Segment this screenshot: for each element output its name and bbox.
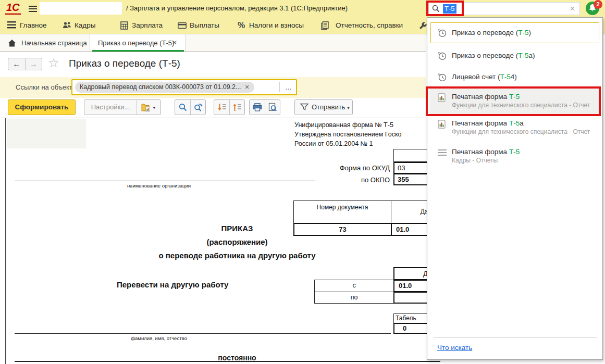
- print-button[interactable]: [250, 100, 265, 115]
- history-icon: [438, 52, 447, 62]
- to-label-cell: по: [314, 292, 394, 304]
- find-icon: [179, 103, 187, 111]
- doc-number-header-cell: Номер документа: [293, 200, 391, 223]
- open-windows-tab-bar: Начальная страница Приказ о переводе (Т-…: [0, 34, 426, 52]
- collapse-groups-button[interactable]: [214, 100, 229, 115]
- search-query-selected-text: Т-5: [443, 4, 456, 14]
- find-next-button[interactable]: [190, 100, 205, 115]
- page-title: Приказ о переводе (Т-5): [69, 58, 180, 69]
- tab-separator: [186, 34, 186, 52]
- 1c-logo: 1С: [5, 2, 21, 15]
- search-clear-icon[interactable]: ✕: [570, 5, 575, 12]
- search-result-item[interactable]: Лицевой счет (Т-54): [452, 73, 517, 81]
- search-result-item[interactable]: Приказ о переводе (Т-5а): [452, 52, 535, 59]
- send-icon: [300, 103, 308, 110]
- history-icon: [438, 29, 447, 40]
- fio-line: [15, 333, 391, 334]
- print-preview-icon: [268, 103, 277, 112]
- send-button[interactable]: Отправить ▾: [294, 99, 353, 115]
- expand-groups-button[interactable]: [229, 100, 244, 115]
- menu-item-hr[interactable]: Кадры: [75, 17, 95, 34]
- okud-label: Форма по ОКУД: [292, 164, 390, 172]
- search-result-item[interactable]: Печатная форма Т-5: [452, 148, 520, 156]
- find-button[interactable]: [175, 100, 190, 115]
- from-label-cell: с: [314, 280, 394, 292]
- settings-split-button[interactable]: Настройки...: [84, 99, 161, 115]
- links-label: Ссылки на объекты:: [16, 77, 79, 98]
- list-icon: [438, 149, 447, 158]
- bottom-line: [15, 361, 440, 362]
- linked-object-chip[interactable]: Кадровый перевод списком 003К-000073 от …: [75, 82, 254, 93]
- result-text: 4): [511, 73, 517, 81]
- org-name-redacted-block: [7, 119, 86, 148]
- report-folder-icon: [141, 103, 157, 112]
- reports-pages-icon: [321, 21, 329, 31]
- order-title-line2: (распоряжение): [16, 237, 459, 246]
- result-text: Приказ о переводе (: [452, 29, 518, 36]
- title-bar: 1С / Зарплата и управление персоналом, р…: [0, 0, 605, 17]
- staff-icon: [63, 21, 71, 31]
- chip-remove-icon[interactable]: ✕: [244, 84, 249, 90]
- result-match: Т-5: [518, 52, 528, 59]
- result-match: Т-5: [509, 119, 520, 127]
- menu-item-main[interactable]: Главное: [20, 17, 47, 34]
- links-field[interactable]: Кадровый перевод списком 003К-000073 от …: [71, 79, 297, 95]
- payment-card-icon: [178, 22, 187, 30]
- links-choose-button[interactable]: …: [285, 80, 292, 94]
- wrench-icon[interactable]: [419, 22, 427, 31]
- result-match: Т-5: [509, 148, 520, 156]
- order-title-line3: о переводе работника на другую работу: [16, 251, 459, 260]
- main-menu-icon[interactable]: [29, 5, 37, 15]
- menu-item-taxes[interactable]: Налоги и взносы: [249, 17, 304, 34]
- menu-item-reports[interactable]: Отчетность, справки: [336, 17, 403, 34]
- result-match: Т-5: [509, 93, 520, 101]
- page-header-row: ← → ☆ Приказ о переводе (Т-5): [0, 52, 426, 77]
- report-icon: [438, 120, 446, 131]
- org-name-redacted: [40, 2, 122, 15]
- printer-icon: [253, 103, 262, 111]
- order-title-line1: ПРИКАЗ: [16, 224, 459, 233]
- home-icon[interactable]: [8, 40, 16, 48]
- search-result-item[interactable]: Печатная форма Т-5: [452, 93, 520, 101]
- report-variants-menu[interactable]: [137, 100, 160, 115]
- field-divider: [279, 82, 280, 92]
- tab-close-icon[interactable]: ✕: [172, 34, 177, 52]
- arrow-up-list-icon: [233, 103, 242, 111]
- send-label: Отправить: [312, 103, 345, 111]
- global-search-input[interactable]: Т-5 ✕: [428, 2, 580, 15]
- print-preview-button[interactable]: [265, 100, 280, 115]
- find-button-group: [175, 99, 206, 115]
- forward-button[interactable]: →: [26, 58, 42, 70]
- result-text: Печатная форма: [452, 148, 509, 156]
- dropdown-divider: [434, 337, 597, 338]
- document-left-border: [5, 118, 6, 364]
- collapse-expand-group: [214, 99, 245, 115]
- 1c-application-window: 1С / Зарплата и управление персоналом, р…: [0, 0, 605, 364]
- result-text: ): [528, 29, 531, 36]
- tab-home[interactable]: Начальная страница: [21, 34, 87, 52]
- menu-item-payments[interactable]: Выплаты: [190, 17, 219, 34]
- back-button[interactable]: ←: [8, 58, 26, 70]
- search-result-item[interactable]: Печатная форма Т-5а: [452, 119, 524, 127]
- chip-label: Кадровый перевод списком 003К-000073 от …: [80, 83, 241, 91]
- search-result-item[interactable]: Приказ о переводе (Т-5): [452, 29, 531, 36]
- app-title: / Зарплата и управление персоналом, реда…: [126, 0, 348, 17]
- notifications-count-badge: 2: [594, 0, 602, 9]
- result-subtitle: Кадры - Отчеты: [452, 157, 498, 164]
- report-toolbar: Сформировать Настройки...: [0, 98, 426, 118]
- what-to-search-link[interactable]: Что искать: [437, 344, 472, 352]
- tab-active-transfer-order[interactable]: Приказ о переводе (Т-5): [98, 34, 174, 52]
- generate-button[interactable]: Сформировать: [8, 99, 76, 115]
- tab-separator: [90, 34, 90, 52]
- search-icon: [432, 5, 440, 15]
- result-text: а): [528, 52, 535, 59]
- menu-item-salary[interactable]: Зарплата: [132, 17, 163, 34]
- send-caret-icon: ▾: [347, 105, 350, 110]
- calculator-icon: [120, 21, 128, 31]
- favorite-star-icon[interactable]: ☆: [48, 56, 59, 70]
- result-text: Печатная форма: [452, 93, 509, 101]
- result-match: Т-5: [500, 73, 510, 81]
- result-text: Печатная форма: [452, 119, 509, 127]
- sections-menu-icon[interactable]: [7, 21, 16, 30]
- result-subtitle: Функции для технического специалиста - О…: [452, 102, 590, 109]
